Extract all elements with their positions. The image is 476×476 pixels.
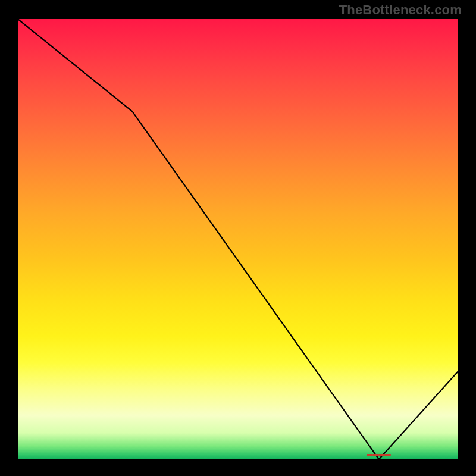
heat-gradient-plot: ▬▬▬▬ <box>18 19 458 459</box>
series-line <box>18 19 458 459</box>
chart-stage: TheBottleneck.com ▬▬▬▬ <box>0 0 476 476</box>
watermark-text: TheBottleneck.com <box>339 4 462 17</box>
line-series-overlay <box>18 19 458 459</box>
minimum-marker: ▬▬▬▬ <box>367 451 391 457</box>
